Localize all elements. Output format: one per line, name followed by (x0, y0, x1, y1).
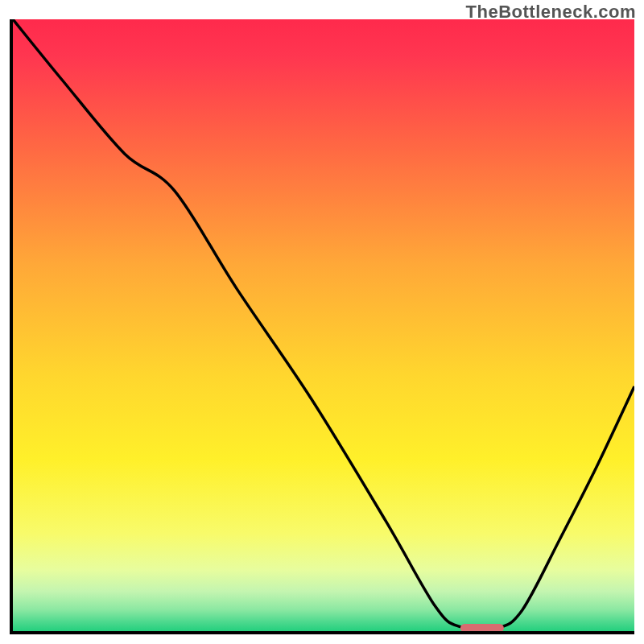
plot-area (10, 19, 634, 634)
watermark-text: TheBottleneck.com (466, 2, 636, 23)
gradient-backdrop (13, 19, 634, 631)
optimal-marker (460, 624, 504, 631)
plot-svg (13, 19, 634, 631)
chart-container: TheBottleneck.com (0, 0, 644, 644)
